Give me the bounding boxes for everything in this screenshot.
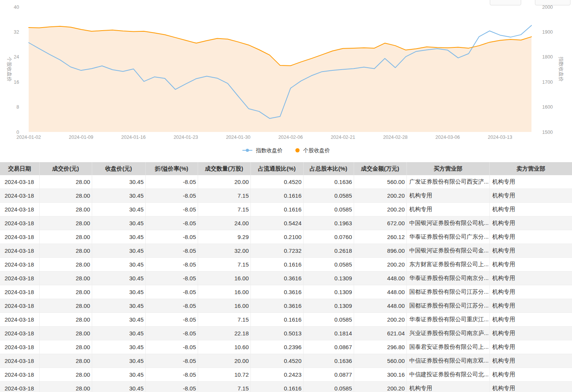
cell-amount: 300.16 <box>354 368 406 382</box>
col-header-buyer-branch: 买方营业部 <box>406 162 489 175</box>
table-row: 2024-03-1828.0030.45-8.0516.000.36160.13… <box>0 285 572 299</box>
cell-deal-price: 28.00 <box>39 354 92 368</box>
cell-deal-price: 28.00 <box>39 368 92 382</box>
cell-float-share-ratio: 0.3616 <box>250 272 303 285</box>
cell-trade-date: 2024-03-18 <box>0 368 39 382</box>
x-axis-tick: 2024-01-16 <box>121 135 146 140</box>
cell-volume: 16.00 <box>198 299 250 313</box>
table-header-row: 交易日期成交价(元)收盘价(元)折/溢价率(%)成交数量(万股)占流通股比(%)… <box>0 162 572 175</box>
x-axis-tick: 2024-01-23 <box>174 135 198 140</box>
x-axis-tick: 2024-01-30 <box>226 135 250 140</box>
cell-total-share-ratio: 0.0585 <box>303 258 354 272</box>
cell-close-price: 30.45 <box>92 244 145 258</box>
x-axis-tick: 2024-03-13 <box>488 135 512 140</box>
legend-dot-marker-icon <box>295 148 300 154</box>
cell-buyer-branch: 国都证券股份有限公司江苏分... <box>406 285 489 299</box>
cell-float-share-ratio: 0.1616 <box>250 382 303 392</box>
cell-amount: 672.00 <box>354 216 406 230</box>
table-row: 2024-03-1828.0030.45-8.059.290.21000.076… <box>0 230 572 244</box>
left-axis-tick: 24 <box>14 54 19 60</box>
price-chart-section: 08162432401500160017001800190020002024-0… <box>0 0 572 159</box>
cell-float-share-ratio: 0.1616 <box>250 189 303 203</box>
cell-buyer-branch: 东方财富证券股份有限公司上... <box>406 258 489 272</box>
legend-line-marker-icon <box>242 148 253 154</box>
col-header-total-share-ratio: 占总股本比(%) <box>303 162 354 175</box>
table-row: 2024-03-1828.0030.45-8.0522.180.50130.18… <box>0 327 572 340</box>
cell-buyer-branch: 兴业证券股份有限公司南京庐... <box>406 327 489 340</box>
cell-deal-price: 28.00 <box>39 230 92 244</box>
cell-trade-date: 2024-03-18 <box>0 285 39 299</box>
table-row: 2024-03-1828.0030.45-8.057.150.16160.058… <box>0 313 572 327</box>
cell-seller-branch: 机构专用 <box>489 244 572 258</box>
dual-axis-line-chart: 08162432401500160017001800190020002024-0… <box>0 0 572 159</box>
cell-float-share-ratio: 0.1616 <box>250 313 303 327</box>
cell-total-share-ratio: 0.1636 <box>303 354 354 368</box>
x-axis-tick: 2024-02-28 <box>383 135 408 140</box>
cell-amount: 448.00 <box>354 272 406 285</box>
cell-float-share-ratio: 0.1616 <box>250 203 303 216</box>
cell-premium-rate: -8.05 <box>145 216 198 230</box>
cell-amount: 896.00 <box>354 244 406 258</box>
cell-total-share-ratio: 0.0585 <box>303 382 354 392</box>
cell-buyer-branch: 中国银河证券股份有限公司杭... <box>406 216 489 230</box>
cell-float-share-ratio: 0.4520 <box>250 354 303 368</box>
cell-amount: 200.20 <box>354 258 406 272</box>
cell-amount: 200.20 <box>354 189 406 203</box>
left-axis-tick: 40 <box>14 5 19 10</box>
cell-buyer-branch: 国都证券股份有限公司江苏分... <box>406 299 489 313</box>
cell-amount: 200.20 <box>354 382 406 392</box>
cell-deal-price: 28.00 <box>39 272 92 285</box>
cell-premium-rate: -8.05 <box>145 203 198 216</box>
cell-premium-rate: -8.05 <box>145 327 198 340</box>
left-axis-tick: 0 <box>16 130 19 135</box>
cell-amount: 621.04 <box>354 327 406 340</box>
cell-trade-date: 2024-03-18 <box>0 216 39 230</box>
cell-trade-date: 2024-03-18 <box>0 272 39 285</box>
table-row: 2024-03-1828.0030.45-8.0510.600.23960.08… <box>0 340 572 354</box>
cell-buyer-branch: 机构专用 <box>406 189 489 203</box>
cell-seller-branch: 机构专用 <box>489 203 572 216</box>
cell-close-price: 30.45 <box>92 216 145 230</box>
cell-deal-price: 28.00 <box>39 340 92 354</box>
cell-close-price: 30.45 <box>92 258 145 272</box>
cell-close-price: 30.45 <box>92 368 145 382</box>
cell-premium-rate: -8.05 <box>145 285 198 299</box>
x-axis-tick: 2024-03-06 <box>435 135 460 140</box>
cell-trade-date: 2024-03-18 <box>0 258 39 272</box>
cell-seller-branch: 机构专用 <box>489 258 572 272</box>
cell-close-price: 30.45 <box>92 327 145 340</box>
legend-item-stock-close[interactable]: 个股收盘价 <box>295 147 330 154</box>
cell-premium-rate: -8.05 <box>145 299 198 313</box>
cell-close-price: 30.45 <box>92 189 145 203</box>
right-axis-tick: 1600 <box>542 104 553 110</box>
cell-amount: 560.00 <box>354 175 406 189</box>
toolbar-button-right[interactable] <box>535 0 570 5</box>
cell-seller-branch: 机构专用 <box>489 189 572 203</box>
cell-seller-branch: 机构专用 <box>489 327 572 340</box>
cell-total-share-ratio: 0.1309 <box>303 299 354 313</box>
cell-trade-date: 2024-03-18 <box>0 313 39 327</box>
cell-total-share-ratio: 0.0760 <box>303 230 354 244</box>
cell-total-share-ratio: 0.1963 <box>303 216 354 230</box>
cell-amount: 200.20 <box>354 203 406 216</box>
cell-deal-price: 28.00 <box>39 327 92 340</box>
cell-amount: 560.00 <box>354 354 406 368</box>
left-axis-tick: 16 <box>14 80 19 85</box>
cell-total-share-ratio: 0.0585 <box>303 313 354 327</box>
table-row: 2024-03-1828.0030.45-8.0520.000.45200.16… <box>0 175 572 189</box>
cell-close-price: 30.45 <box>92 313 145 327</box>
left-axis-tick: 32 <box>14 29 19 35</box>
cell-deal-price: 28.00 <box>39 175 92 189</box>
cell-amount: 200.20 <box>354 313 406 327</box>
col-header-trade-date: 交易日期 <box>0 162 39 175</box>
cell-trade-date: 2024-03-18 <box>0 175 39 189</box>
cell-float-share-ratio: 0.5424 <box>250 216 303 230</box>
legend-item-index-close[interactable]: 指数收盘价 <box>242 147 283 154</box>
table-row: 2024-03-1828.0030.45-8.0516.000.36160.13… <box>0 299 572 313</box>
cell-premium-rate: -8.05 <box>145 272 198 285</box>
table-row: 2024-03-1828.0030.45-8.0516.000.36160.13… <box>0 272 572 285</box>
toolbar-button-left[interactable] <box>490 0 521 5</box>
cell-trade-date: 2024-03-18 <box>0 354 39 368</box>
cell-deal-price: 28.00 <box>39 313 92 327</box>
cell-total-share-ratio: 0.0867 <box>303 340 354 354</box>
